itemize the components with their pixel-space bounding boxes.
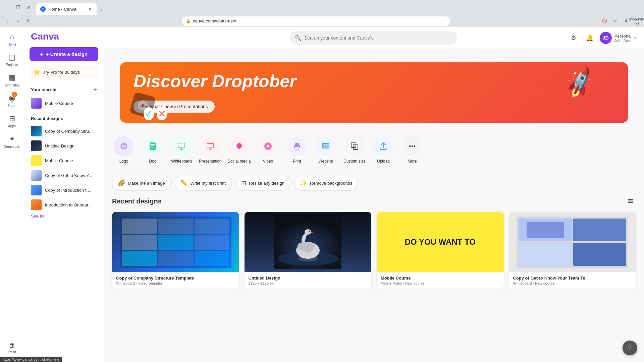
recent-item-2[interactable]: Mobile Course bbox=[31, 153, 97, 168]
design-card-company-structure[interactable]: Copy of Company Structure Template White… bbox=[112, 212, 239, 289]
card-title-untitled: Untitled Design bbox=[249, 276, 368, 281]
app-container: ⌂ Home ◫ Projects ▦ Templates ◉ ! Brand bbox=[0, 27, 644, 362]
design-type-logo[interactable]: Aa Logo bbox=[112, 136, 136, 164]
try-pro-button[interactable]: ⭐ Try Pro for 30 days bbox=[30, 66, 98, 78]
design-type-website[interactable]: Website bbox=[314, 136, 337, 164]
svg-point-26 bbox=[409, 145, 411, 147]
sidebar-item-projects[interactable]: ◫ Projects bbox=[1, 50, 23, 69]
add-starred-button[interactable]: + bbox=[93, 86, 97, 93]
card-preview-company-structure bbox=[112, 212, 239, 272]
sidebar-item-home-label: Home bbox=[7, 43, 16, 46]
sidebar-item-trash[interactable]: 🗑 Trash bbox=[1, 339, 23, 357]
recent-item-5[interactable]: Introduction to Onboar... bbox=[31, 197, 97, 212]
settings-button[interactable]: ⚙ bbox=[568, 32, 580, 44]
design-type-video[interactable]: Video bbox=[256, 136, 280, 164]
address-bar[interactable]: 🔒 canva.com/whats-new bbox=[182, 16, 450, 26]
sidebar-item-templates[interactable]: ▦ Templates bbox=[1, 71, 23, 90]
logo-type-label: Logo bbox=[119, 159, 128, 164]
make-image-button[interactable]: 🌈 Make me an image bbox=[112, 176, 171, 190]
write-draft-button[interactable]: ✏️ Write my first draft bbox=[175, 176, 231, 190]
social-media-type-label: Social media bbox=[228, 159, 251, 164]
tab-close-button[interactable]: ✕ bbox=[87, 6, 93, 12]
make-image-label: Make me an image bbox=[128, 181, 165, 186]
design-type-upload[interactable]: Upload bbox=[372, 136, 395, 164]
reload-button[interactable]: ↻ bbox=[24, 16, 34, 26]
notifications-button[interactable]: 🔔 bbox=[584, 32, 596, 44]
company-cell-4 bbox=[195, 235, 229, 250]
list-view-button[interactable] bbox=[625, 196, 636, 206]
templates-icon: ▦ bbox=[8, 73, 15, 82]
trash-nav-item[interactable]: 🗑 Trash bbox=[1, 337, 23, 359]
resize-icon: ⊡ bbox=[241, 179, 246, 187]
home-icon: ⌂ bbox=[10, 33, 14, 41]
new-tab-button[interactable]: + bbox=[97, 5, 106, 15]
help-button[interactable]: ? bbox=[623, 341, 637, 355]
active-tab[interactable]: C Home - Canva ✕ bbox=[36, 3, 97, 15]
svg-rect-30 bbox=[628, 201, 633, 202]
search-input[interactable] bbox=[304, 35, 452, 41]
close-window-button[interactable]: ✕ bbox=[24, 3, 34, 12]
camera-off-icon[interactable]: 🚫 bbox=[600, 16, 609, 26]
design-type-custom-size[interactable]: Custom size bbox=[343, 136, 366, 164]
forward-button[interactable]: › bbox=[13, 16, 23, 26]
resize-button[interactable]: ⊡ Resize any design bbox=[235, 176, 290, 190]
doc-icon bbox=[148, 141, 157, 151]
recent-item-0[interactable]: Copy of Company Stru... bbox=[31, 124, 97, 138]
section-header: Recent designs bbox=[112, 196, 636, 206]
card-info-untitled: Untitled Design 1120 x 1120 px bbox=[245, 272, 372, 289]
presentation-type-label: Presentation bbox=[199, 159, 221, 164]
list-view-icon bbox=[628, 198, 633, 204]
design-type-doc[interactable]: Doc bbox=[141, 136, 164, 164]
sidebar-item-dreamlab-label: Dream Lab bbox=[4, 145, 20, 148]
do-you-want-to-text: DO YOU WANT TO bbox=[399, 232, 481, 252]
company-right bbox=[158, 219, 229, 266]
recent-section-header: Recent designs bbox=[31, 116, 97, 121]
sidebar-item-apps[interactable]: ⊞ Apps bbox=[1, 112, 23, 131]
remove-backgrounds-button[interactable]: ✨ Remove backgrounds bbox=[294, 176, 358, 190]
recent-item-1[interactable]: Untitled Design bbox=[31, 138, 97, 153]
tab-favicon: C bbox=[40, 6, 46, 12]
thumb-img-2 bbox=[31, 155, 42, 166]
design-type-presentation[interactable]: Presentation bbox=[199, 136, 222, 164]
starred-section-title: Your starred bbox=[31, 87, 56, 92]
user-profile[interactable]: JD Personal John Doe ▾ bbox=[600, 32, 636, 44]
sidebar-item-brand[interactable]: ◉ ! Brand bbox=[1, 91, 23, 110]
whiteboard-type-label: Whiteboard bbox=[171, 159, 192, 164]
design-type-print[interactable]: Print bbox=[285, 136, 309, 164]
status-url: https://www.canva.com/whats-new bbox=[3, 357, 59, 361]
user-sub-name: John Doe bbox=[614, 39, 632, 43]
svg-rect-3 bbox=[151, 144, 155, 145]
design-type-more[interactable]: More bbox=[400, 136, 424, 164]
design-card-untitled[interactable]: Untitled Design 1120 x 1120 px bbox=[245, 212, 372, 289]
svg-rect-13 bbox=[210, 148, 211, 149]
card-meta-company-structure: Whiteboard · Video Samples bbox=[116, 281, 235, 285]
minimize-button[interactable]: — bbox=[3, 3, 12, 12]
card-info-company-structure: Copy of Company Structure Template White… bbox=[112, 272, 239, 289]
design-card-mobile-course[interactable]: DO YOU WANT TO Mobile Course Mobile Vide… bbox=[377, 212, 504, 289]
thumb-img-5 bbox=[31, 199, 42, 210]
bookmark-button[interactable]: ☆ bbox=[610, 16, 620, 26]
recent-item-4[interactable]: Copy of Introduction t... bbox=[31, 183, 97, 197]
user-name: Personal bbox=[614, 34, 632, 39]
back-button[interactable]: ‹ bbox=[3, 16, 12, 26]
more-type-label: More bbox=[408, 159, 417, 164]
create-design-button[interactable]: + + Create a design bbox=[30, 47, 98, 61]
thumb-img-0 bbox=[31, 126, 42, 136]
recent-item-3[interactable]: Copy of Get to Know Y... bbox=[31, 168, 97, 183]
sidebar-item-dreamlab[interactable]: ✦ Dream Lab bbox=[1, 132, 23, 151]
svg-rect-29 bbox=[628, 199, 633, 200]
upload-type-label: Upload bbox=[377, 159, 390, 164]
design-type-social-media[interactable]: Social media bbox=[227, 136, 251, 164]
design-card-get-to-know[interactable]: Copy of Get to Know Your Team Te Whitebo… bbox=[509, 212, 636, 289]
restore-button[interactable]: ❐ bbox=[13, 3, 23, 12]
record-icon: ● bbox=[140, 102, 145, 109]
starred-item-mobile-course[interactable]: Mobile Course bbox=[31, 96, 97, 111]
sidebar-item-home[interactable]: ⌂ Home bbox=[1, 30, 23, 49]
incognito-button[interactable]: Incognito (2) bbox=[632, 16, 641, 26]
create-design-label: + Create a design bbox=[46, 51, 88, 57]
hero-check-decoration: ✓ ✕ bbox=[144, 108, 167, 119]
card-preview-mobile-course: DO YOU WANT TO bbox=[377, 212, 504, 272]
company-row-1 bbox=[158, 219, 229, 234]
design-type-whiteboard[interactable]: Whiteboard bbox=[170, 136, 193, 164]
see-all-link[interactable]: See all bbox=[31, 212, 97, 220]
